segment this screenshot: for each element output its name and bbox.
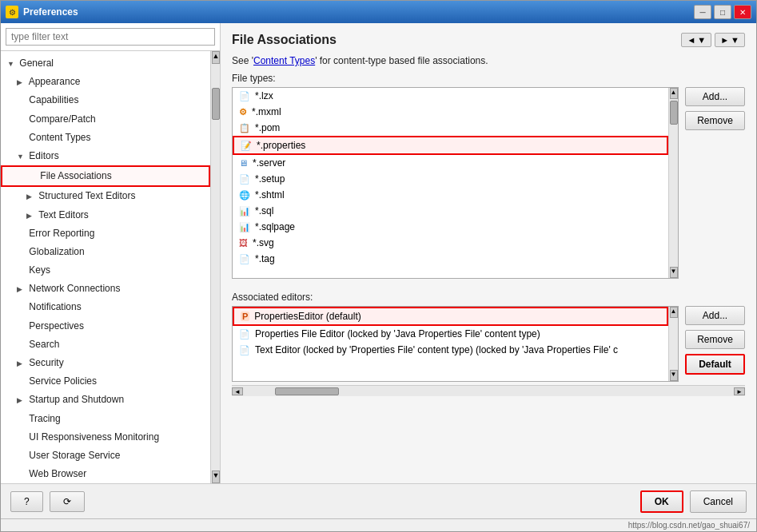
minimize-button[interactable]: ─: [694, 5, 711, 19]
expand-icon: ▶: [17, 284, 26, 295]
file-type-label: *.svg: [253, 237, 274, 248]
back-icon: ◄: [687, 35, 695, 45]
tree-item-globalization[interactable]: Globalization: [1, 243, 210, 261]
file-icon-properties: 📝: [241, 141, 252, 151]
tree-item-startup-shutdown[interactable]: ▶ Startup and Shutdown: [1, 391, 210, 409]
expand-icon: ▼: [7, 58, 17, 69]
assoc-editor-properties-default[interactable]: P PropertiesEditor (default): [233, 307, 668, 326]
file-type-label: *.mxml: [252, 106, 281, 117]
tree-item-keys[interactable]: Keys: [1, 261, 210, 280]
tree-item-tracing[interactable]: Tracing: [1, 410, 210, 428]
file-type-label: *.properties: [257, 140, 305, 151]
ok-button[interactable]: OK: [640, 490, 683, 513]
nav-forward-button[interactable]: ► ▼: [715, 33, 745, 47]
tree-item-file-associations[interactable]: File Associations: [1, 165, 210, 187]
tree-item-error-reporting[interactable]: Error Reporting: [1, 224, 210, 243]
tree-item-service-policies[interactable]: Service Policies: [1, 372, 210, 391]
file-types-remove-button[interactable]: Remove: [685, 111, 745, 130]
file-types-section: File types: 📄 *.lzx ⚙ *.mxm: [232, 73, 745, 279]
editor-icon-text: 📄: [239, 345, 250, 355]
file-type-server[interactable]: 🖥 *.server: [233, 155, 668, 171]
file-type-tag[interactable]: 📄 *.tag: [233, 251, 668, 267]
file-type-lzx[interactable]: 📄 *.lzx: [233, 88, 668, 104]
tree-item-ui-responsiveness[interactable]: UI Responsiveness Monitoring: [1, 428, 210, 447]
file-type-pom[interactable]: 📋 *.pom: [233, 120, 668, 136]
scroll-thumb[interactable]: [212, 88, 220, 120]
expand-icon: ▶: [26, 210, 36, 221]
tree-item-capabilities[interactable]: Capabilities: [1, 91, 210, 109]
file-icon-mxml: ⚙: [239, 107, 247, 117]
assoc-editor-buttons: Add... Remove Default: [685, 306, 745, 382]
main-content: ▼ General ▶ Appearance Capabilities: [1, 23, 756, 483]
status-bar: https://blog.csdn.net/gao_shuai67/: [1, 518, 756, 531]
file-types-list: 📄 *.lzx ⚙ *.mxml 📋 *.pom: [233, 88, 668, 278]
expand-icon: ▶: [17, 358, 26, 369]
assoc-editor-properties-file[interactable]: 📄 Properties File Editor (locked by 'Jav…: [233, 326, 668, 342]
restore-defaults-button[interactable]: ⟳: [50, 491, 85, 512]
file-icon-sqlpage: 📊: [239, 222, 250, 232]
file-type-label: *.server: [253, 157, 285, 169]
file-types-list-wrapper: 📄 *.lzx ⚙ *.mxml 📋 *.pom: [232, 87, 679, 279]
tree-item-general[interactable]: ▼ General: [1, 54, 210, 73]
associated-editors-section: Associated editors: P PropertiesEditor (…: [232, 292, 745, 399]
tree-item-editors[interactable]: ▼ Editors: [1, 147, 210, 165]
tree-item-search[interactable]: Search: [1, 335, 210, 354]
editor-icon-properties: P: [241, 312, 249, 321]
content-types-link[interactable]: Content Types: [253, 55, 315, 66]
file-types-scroll-thumb[interactable]: [670, 101, 678, 125]
file-type-sql[interactable]: 📊 *.sql: [233, 203, 668, 219]
assoc-editors-list: P PropertiesEditor (default) 📄 Propertie…: [233, 307, 668, 381]
file-type-svg[interactable]: 🖼 *.svg: [233, 235, 668, 251]
file-type-mxml[interactable]: ⚙ *.mxml: [233, 104, 668, 120]
tree-item-text-editors[interactable]: ▶ Text Editors: [1, 206, 210, 224]
file-icon-svg: 🖼: [239, 238, 248, 248]
window-title: Preferences: [23, 6, 694, 18]
file-icon-pom: 📋: [239, 123, 250, 133]
file-icon-sql: 📊: [239, 206, 250, 216]
assoc-editor-text[interactable]: 📄 Text Editor (locked by 'Properties Fil…: [233, 342, 668, 358]
tree-item-structured-text[interactable]: ▶ Structured Text Editors: [1, 187, 210, 205]
tree-item-compare-patch[interactable]: Compare/Patch: [1, 110, 210, 129]
file-type-label: *.tag: [255, 253, 275, 264]
file-types-add-button[interactable]: Add...: [685, 87, 745, 106]
file-type-shtml[interactable]: 🌐 *.shtml: [233, 187, 668, 203]
file-icon-setup: 📄: [239, 174, 250, 185]
expand-icon: ▶: [17, 77, 26, 88]
tree-item-appearance[interactable]: ▶ Appearance: [1, 73, 210, 91]
tree-item-security[interactable]: ▶ Security: [1, 354, 210, 372]
file-type-sqlpage[interactable]: 📊 *.sqlpage: [233, 219, 668, 235]
assoc-editor-label: Properties File Editor (locked by 'Java …: [255, 328, 540, 339]
file-type-properties[interactable]: 📝 *.properties: [233, 136, 668, 155]
search-box: [1, 23, 220, 51]
right-panel: File Associations ◄ ▼ ► ▼ See 'Content T…: [221, 23, 756, 483]
file-type-setup[interactable]: 📄 *.setup: [233, 171, 668, 187]
file-icon-shtml: 🌐: [239, 190, 250, 200]
file-types-label: File types:: [232, 73, 745, 84]
hscroll-bar[interactable]: ◄ ►: [232, 385, 745, 396]
tree-item-user-storage[interactable]: User Storage Service: [1, 447, 210, 465]
assoc-editors-scrollbar[interactable]: ▲ ▼: [668, 307, 678, 381]
assoc-editor-label: Text Editor (locked by 'Properties File'…: [255, 344, 618, 355]
nav-back-button[interactable]: ◄ ▼: [681, 33, 711, 47]
assoc-default-button[interactable]: Default: [685, 354, 745, 375]
file-type-label: *.sql: [255, 205, 273, 216]
associated-editors-label: Associated editors:: [232, 292, 745, 303]
assoc-add-button[interactable]: Add...: [685, 306, 745, 325]
cancel-button[interactable]: Cancel: [690, 490, 747, 513]
tree-item-perspectives[interactable]: Perspectives: [1, 317, 210, 335]
tree-item-notifications[interactable]: Notifications: [1, 298, 210, 316]
tree-scrollbar[interactable]: ▲ ▼: [210, 51, 220, 483]
tree-item-network-connections[interactable]: ▶ Network Connections: [1, 280, 210, 298]
desc-suffix: ' for content-type based file associatio…: [315, 55, 488, 66]
close-button[interactable]: ✕: [734, 5, 751, 19]
search-input[interactable]: [6, 28, 215, 46]
help-button[interactable]: ?: [10, 491, 43, 512]
hscroll-thumb[interactable]: [275, 387, 339, 395]
bottom-bar: ? ⟳ OK Cancel: [1, 483, 756, 518]
expand-icon: ▶: [17, 395, 26, 406]
assoc-remove-button[interactable]: Remove: [685, 330, 745, 349]
maximize-button[interactable]: □: [714, 5, 731, 19]
file-types-scrollbar[interactable]: ▲ ▼: [668, 88, 678, 278]
tree-item-web-browser[interactable]: Web Browser: [1, 465, 210, 483]
tree-item-content-types[interactable]: Content Types: [1, 129, 210, 147]
